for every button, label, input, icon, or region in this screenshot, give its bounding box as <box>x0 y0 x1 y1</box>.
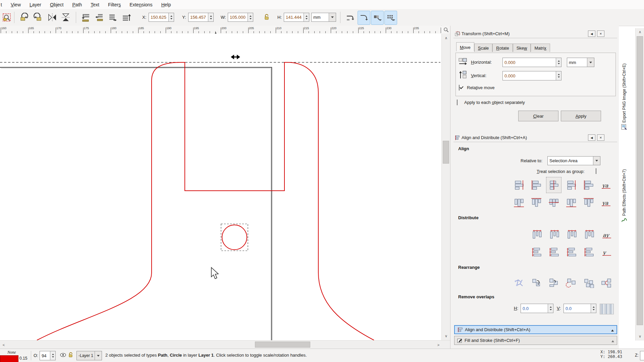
distribute-text-baselines-vertically-icon[interactable]: y <box>599 244 614 260</box>
zoom-lens-icon[interactable] <box>442 26 450 34</box>
x-spinner[interactable] <box>168 13 174 21</box>
selected-circle-object[interactable] <box>222 225 247 250</box>
units-dropdown[interactable]: mm <box>311 13 336 22</box>
w-input[interactable]: 105.000 <box>228 13 253 22</box>
dock-vscrollbar[interactable]: ∧ ∨ <box>635 28 644 341</box>
menu-view[interactable]: View <box>11 2 21 7</box>
align-bottom-edges-icon[interactable] <box>564 194 579 210</box>
scroll-down-icon[interactable]: ∨ <box>442 333 450 339</box>
vscroll-thumb[interactable] <box>443 141 449 164</box>
h-input[interactable]: 141.444 <box>284 13 309 22</box>
layer-lock-icon[interactable] <box>68 352 73 359</box>
fill-indicator[interactable]: None <box>7 350 16 355</box>
align-panel-titlebar[interactable]: Align and Distribute (Shift+Ctrl+A) ◀ ✕ <box>453 133 617 142</box>
stroke-width-value[interactable]: 0.15 <box>19 356 27 361</box>
canvas-vscrollbar[interactable]: ∧ ∨ <box>441 34 450 340</box>
relative-to-dropdown[interactable]: Selection Area <box>547 156 600 165</box>
scroll-up-icon[interactable]: ∧ <box>442 35 450 41</box>
x-input[interactable]: 150.625 <box>149 13 174 22</box>
menu-extensions[interactable]: Extensions <box>129 2 153 7</box>
tab-skew[interactable]: Skew <box>513 44 531 52</box>
side-tab-export-png[interactable]: Export PNG Image (Shift+Ctrl+E) <box>619 29 633 130</box>
stroke-color-swatch[interactable] <box>0 355 18 362</box>
raise-to-top-icon[interactable] <box>120 11 132 24</box>
panel-close-icon[interactable]: ✕ <box>597 31 604 37</box>
y-spinner[interactable] <box>208 13 213 21</box>
collapse-icon[interactable] <box>611 339 614 342</box>
menu-help[interactable]: Help <box>161 2 171 7</box>
distribute-top-edges-icon[interactable] <box>529 244 545 260</box>
vertical-input[interactable]: 0.000 <box>502 71 561 80</box>
panel-undock-icon[interactable]: ◀ <box>588 134 595 141</box>
tab-scale[interactable]: Scale <box>474 44 493 52</box>
lower-one-step-icon[interactable] <box>93 11 105 24</box>
w-spinner[interactable] <box>248 13 253 21</box>
scroll-left-icon[interactable]: < <box>1 341 7 349</box>
align-top-edges-icon[interactable] <box>529 194 544 210</box>
overlap-v-spinner[interactable] <box>591 304 596 313</box>
canvas-hscrollbar[interactable]: < > <box>0 340 450 349</box>
overlap-v-input[interactable]: 0.0 <box>564 304 596 313</box>
remove-overlaps-button[interactable] <box>600 304 614 314</box>
vertical-spinner[interactable] <box>556 71 561 80</box>
tab-matrix[interactable]: Matrix <box>531 44 550 52</box>
hscroll-thumb[interactable] <box>255 342 310 348</box>
dock-bar-align-distribute[interactable]: Align and Distribute (Shift+Ctrl+A) <box>454 325 617 334</box>
menu-filters[interactable]: Filters <box>108 2 121 7</box>
horizontal-spinner[interactable] <box>556 58 561 67</box>
y-input[interactable]: 156.457 <box>188 13 214 22</box>
tab-move[interactable]: Move <box>456 42 474 51</box>
lock-ratio-icon[interactable] <box>264 13 270 22</box>
h-spinner[interactable] <box>304 13 309 21</box>
scale-corners-toggle-icon[interactable] <box>358 11 370 25</box>
selected-path-object[interactable] <box>37 62 374 340</box>
flip-horizontal-icon[interactable] <box>46 11 58 24</box>
layer-dropdown[interactable]: -Layer 1 <box>76 351 102 360</box>
transform-units-dropdown[interactable]: mm <box>567 58 594 67</box>
clear-button[interactable]: Clear <box>518 111 558 121</box>
align-top-to-bottom-anchor-icon[interactable] <box>581 194 596 210</box>
opacity-input[interactable]: 94 <box>40 351 56 360</box>
distribute-right-edges-icon[interactable] <box>564 227 580 243</box>
menu-t[interactable]: t <box>1 2 2 7</box>
scale-stroke-toggle-icon[interactable] <box>344 11 356 24</box>
exchange-in-rotational-order-icon[interactable] <box>564 275 579 291</box>
panel-undock-icon[interactable]: ◀ <box>588 31 595 37</box>
treat-group-checkbox[interactable] <box>596 168 596 174</box>
horizontal-input[interactable]: 0.000 <box>502 58 561 67</box>
distribute-centers-horizontally-icon[interactable] <box>547 227 562 243</box>
exchange-in-stacking-order-icon[interactable] <box>546 275 561 291</box>
tab-rotate[interactable]: Rotate <box>492 44 513 52</box>
exchange-in-selection-order-icon[interactable] <box>529 275 544 291</box>
relative-move-checkbox[interactable] <box>459 85 460 90</box>
overlap-h-spinner[interactable] <box>548 304 553 313</box>
rotate-cw-icon[interactable] <box>32 11 44 24</box>
center-on-vertical-axis-icon[interactable] <box>546 177 561 193</box>
menu-text[interactable]: Text <box>91 2 99 7</box>
randomize-centers-icon[interactable] <box>581 275 596 291</box>
distribute-bottom-edges-icon[interactable] <box>564 244 580 260</box>
align-left-edges-to-right-anchor-icon[interactable] <box>581 177 596 193</box>
collapse-icon[interactable] <box>611 328 614 331</box>
distribute-left-edges-icon[interactable] <box>529 227 545 243</box>
distribute-text-anchors-horizontally-icon[interactable]: ay <box>599 227 614 243</box>
flip-vertical-icon[interactable] <box>60 11 72 24</box>
make-horizontal-gaps-equal-icon[interactable] <box>582 227 597 243</box>
scroll-right-icon[interactable]: > <box>435 341 441 349</box>
make-vertical-gaps-equal-icon[interactable] <box>582 244 597 260</box>
scale-handle-icon[interactable] <box>231 55 240 59</box>
overlap-h-input[interactable]: 0.0 <box>521 304 553 313</box>
menu-object[interactable]: Object <box>50 2 63 7</box>
rotate-ccw-icon[interactable] <box>18 11 30 24</box>
canvas[interactable] <box>0 34 441 340</box>
unclump-objects-icon[interactable] <box>598 275 614 291</box>
apply-each-checkbox[interactable] <box>457 100 458 105</box>
menu-path[interactable]: Path <box>72 2 82 7</box>
opacity-spinner[interactable] <box>50 351 55 360</box>
dock-vscroll-thumb[interactable] <box>637 36 643 325</box>
apply-button[interactable]: Apply <box>561 111 601 121</box>
scroll-up-icon[interactable]: ∧ <box>636 29 644 35</box>
text-baseline-horizontal-icon[interactable]: ya <box>598 194 614 210</box>
distribute-centers-vertically-icon[interactable] <box>547 244 562 260</box>
dock-bar-fill-stroke[interactable]: Fill and Stroke (Shift+Ctrl+F) <box>454 336 617 345</box>
